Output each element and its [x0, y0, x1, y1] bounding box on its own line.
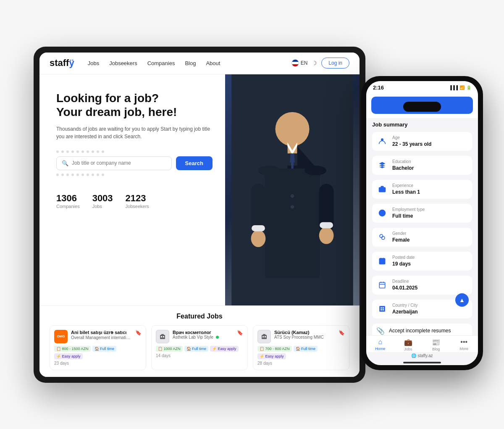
svg-rect-35: [379, 306, 385, 312]
dot: [61, 174, 64, 176]
age-text: Age 22 - 35 years old: [392, 135, 468, 147]
dot: [56, 150, 59, 153]
briefcase-icon: [376, 183, 388, 195]
dark-mode-icon[interactable]: ☽: [312, 60, 317, 66]
job-days-3: 28 days: [257, 361, 345, 366]
svg-point-13: [291, 205, 294, 209]
svg-point-32: [382, 236, 385, 240]
svg-rect-9: [265, 168, 320, 278]
svg-rect-27: [265, 336, 266, 337]
stat-label: Companies: [56, 204, 80, 209]
flag-icon: [291, 59, 299, 67]
bottom-nav: ⌂ Home 💼 Jobs 📰 Blog ••• More: [366, 335, 478, 352]
dot: [81, 150, 84, 153]
company-name-1: Overall Management international...: [71, 335, 132, 340]
calendar-icon: [376, 255, 388, 267]
deadline-calendar-icon: [376, 279, 388, 291]
login-button[interactable]: Log in: [321, 58, 349, 68]
job-days-1: 23 days: [54, 361, 142, 366]
dots-row-top: [56, 150, 213, 153]
job-card-1[interactable]: OMG Ani bilet satışı üzrə satıcı Overall…: [50, 325, 146, 370]
hero-title: Looking for a job? Your dream job, here!: [56, 91, 213, 119]
nav-jobseekers[interactable]: Jobseekers: [109, 60, 137, 66]
gender-value: Female: [392, 237, 410, 243]
job-card-3[interactable]: Sürücü (Kamaz) ATS Soy Processing MMC 🔖 …: [253, 325, 349, 370]
hero-section: Looking for a job? Your dream job, here!…: [39, 74, 360, 305]
nav-blog[interactable]: Blog: [185, 60, 196, 66]
jobs-row: OMG Ani bilet satışı üzrə satıcı Overall…: [50, 325, 349, 370]
nav-jobs[interactable]: 💼 Jobs: [394, 338, 423, 351]
svg-rect-39: [383, 309, 384, 310]
stat-num: 2123: [126, 193, 149, 204]
nav-blog[interactable]: 📰 Blog: [422, 338, 450, 351]
nav-home[interactable]: ⌂ Home: [366, 338, 394, 351]
gender-label: Gender: [392, 231, 468, 236]
company-logo-2: [156, 330, 169, 343]
svg-point-11: [304, 166, 326, 175]
bookmark-icon-2[interactable]: 🔖: [237, 330, 243, 336]
svg-point-16: [251, 230, 266, 247]
salary-tag-2: 📋 1000 AZN: [156, 346, 183, 352]
accept-incomplete: 📎 Accept incomplete resumes: [372, 324, 472, 335]
education-value: Bachelor: [392, 165, 414, 171]
job-info-3: Sürücü (Kamaz) ATS Soy Processing MMC: [274, 330, 335, 340]
phone-time: 2:16: [373, 84, 384, 91]
bookmark-icon-3[interactable]: 🔖: [339, 330, 345, 336]
dot: [71, 174, 74, 176]
language-selector[interactable]: EN: [291, 59, 308, 67]
svg-rect-25: [263, 334, 265, 336]
dot: [71, 150, 74, 153]
stat-label: Jobs: [92, 204, 113, 209]
graduation-icon: [376, 159, 388, 171]
svg-point-28: [381, 138, 383, 141]
svg-rect-36: [381, 307, 382, 308]
company-name-3: ATS Soy Processing MMC: [274, 335, 335, 340]
url-text: 🌐 staffy.az: [411, 353, 433, 358]
job-tags-3: 📋 700 - 800 AZN 🏠 Full time ⚡ Easy apply: [257, 346, 345, 359]
nav-about[interactable]: About: [206, 60, 220, 66]
search-button[interactable]: Search: [176, 156, 213, 170]
dot: [87, 174, 89, 176]
gender-icon: [376, 231, 388, 243]
home-icon: ⌂: [378, 338, 382, 346]
job-card-2[interactable]: Врач косметолог Asthetik Lab Vip Style 🔖…: [151, 325, 248, 370]
person-icon: [376, 135, 388, 147]
svg-rect-21: [161, 334, 164, 336]
jobs-label: Jobs: [404, 347, 412, 351]
scroll-up-button[interactable]: ▲: [455, 293, 469, 307]
status-icons: ▐▐▐ 📶 🔋: [449, 85, 471, 90]
posted-text: Posted date 19 days: [392, 255, 468, 267]
fulltime-tag-1: 🏠 Full time: [92, 346, 117, 352]
summary-employment: Employment type Full time: [372, 204, 472, 223]
more-icon: •••: [460, 338, 467, 346]
search-input[interactable]: [72, 160, 166, 166]
logo: staffÿ: [50, 58, 74, 68]
summary-age: Age 22 - 35 years old: [372, 132, 472, 151]
accept-text: Accept incomplete resumes: [389, 328, 451, 334]
salary-tag-1: 📋 800 - 1500 AZN: [54, 346, 91, 352]
summary-gender: Gender Female: [372, 228, 472, 247]
job-title-3: Sürücü (Kamaz): [274, 330, 335, 335]
job-summary-title: Job summary: [372, 121, 472, 128]
easy-tag-3: ⚡ Easy apply: [257, 353, 286, 359]
svg-rect-37: [383, 307, 384, 308]
deadline-value: 04.01.2025: [392, 285, 417, 291]
fulltime-tag-2: 🏠 Full time: [184, 346, 209, 352]
nav-companies[interactable]: Companies: [147, 60, 175, 66]
job-title-2: Врач косметолог: [173, 330, 234, 335]
hero-subtitle: Thousands of jobs are waiting for you to…: [56, 125, 213, 140]
tablet-device: staffÿ Jobs Jobseekers Companies Blog Ab…: [34, 47, 365, 383]
dot: [76, 174, 79, 176]
location-value: Azerbaijan: [392, 309, 418, 315]
gender-text: Gender Female: [392, 231, 468, 243]
employment-text: Employment type Full time: [392, 207, 468, 219]
summary-education: Education Bachelor: [372, 156, 472, 175]
tablet-nav: staffÿ Jobs Jobseekers Companies Blog Ab…: [39, 53, 360, 74]
experience-text: Experience Less than 1: [392, 183, 468, 195]
nav-more[interactable]: ••• More: [450, 338, 478, 351]
dots-row-bottom: [56, 174, 213, 176]
bookmark-icon-1[interactable]: 🔖: [135, 330, 142, 336]
lang-label: EN: [301, 60, 308, 66]
nav-jobs[interactable]: Jobs: [88, 60, 99, 66]
stat-companies: 1306 Companies: [56, 193, 80, 209]
